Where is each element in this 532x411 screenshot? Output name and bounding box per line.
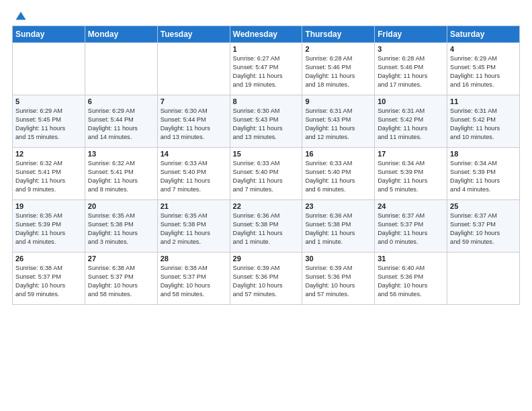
calendar-table: SundayMondayTuesdayWednesdayThursdayFrid… — [12, 26, 520, 305]
day-info: Sunrise: 6:29 AM Sunset: 5:45 PM Dayligh… — [15, 107, 82, 142]
calendar-week-row: 26Sunrise: 6:38 AM Sunset: 5:37 PM Dayli… — [13, 253, 520, 305]
day-number: 30 — [305, 255, 371, 263]
day-info: Sunrise: 6:27 AM Sunset: 5:47 PM Dayligh… — [233, 54, 300, 89]
day-info: Sunrise: 6:36 AM Sunset: 5:38 PM Dayligh… — [305, 212, 371, 246]
calendar-cell: 7Sunrise: 6:30 AM Sunset: 5:44 PM Daylig… — [157, 95, 230, 148]
weekday-header: Monday — [85, 26, 157, 43]
day-number: 21 — [161, 202, 227, 210]
day-info: Sunrise: 6:36 AM Sunset: 5:38 PM Dayligh… — [233, 212, 300, 246]
weekday-header: Wednesday — [230, 26, 302, 43]
day-info: Sunrise: 6:30 AM Sunset: 5:43 PM Dayligh… — [233, 107, 300, 142]
day-number: 8 — [233, 97, 300, 105]
day-number: 5 — [15, 97, 82, 105]
day-number: 20 — [88, 202, 154, 210]
calendar-cell: 4Sunrise: 6:29 AM Sunset: 5:45 PM Daylig… — [447, 43, 520, 95]
calendar-cell: 2Sunrise: 6:28 AM Sunset: 5:46 PM Daylig… — [302, 43, 375, 95]
day-number: 7 — [161, 97, 227, 105]
calendar-cell: 24Sunrise: 6:37 AM Sunset: 5:37 PM Dayli… — [375, 200, 447, 253]
calendar-cell: 31Sunrise: 6:40 AM Sunset: 5:36 PM Dayli… — [375, 253, 447, 305]
day-info: Sunrise: 6:34 AM Sunset: 5:39 PM Dayligh… — [378, 159, 444, 194]
day-info: Sunrise: 6:31 AM Sunset: 5:42 PM Dayligh… — [450, 107, 517, 142]
calendar-cell: 21Sunrise: 6:35 AM Sunset: 5:38 PM Dayli… — [157, 200, 230, 253]
weekday-header: Sunday — [13, 26, 85, 43]
day-info: Sunrise: 6:35 AM Sunset: 5:38 PM Dayligh… — [161, 212, 227, 246]
day-info: Sunrise: 6:35 AM Sunset: 5:38 PM Dayligh… — [88, 212, 154, 246]
header — [12, 11, 520, 20]
calendar-cell: 12Sunrise: 6:32 AM Sunset: 5:41 PM Dayli… — [13, 148, 85, 200]
day-number: 25 — [450, 202, 517, 210]
day-number: 18 — [450, 150, 517, 158]
day-number: 19 — [15, 202, 82, 210]
day-info: Sunrise: 6:32 AM Sunset: 5:41 PM Dayligh… — [15, 159, 82, 194]
day-number: 22 — [233, 202, 300, 210]
day-number: 6 — [88, 97, 154, 105]
calendar-cell: 30Sunrise: 6:39 AM Sunset: 5:36 PM Dayli… — [302, 253, 375, 305]
calendar-week-row: 1Sunrise: 6:27 AM Sunset: 5:47 PM Daylig… — [13, 43, 520, 95]
calendar-cell: 19Sunrise: 6:35 AM Sunset: 5:39 PM Dayli… — [13, 200, 85, 253]
calendar-cell — [447, 253, 520, 305]
calendar-cell: 29Sunrise: 6:39 AM Sunset: 5:36 PM Dayli… — [230, 253, 302, 305]
calendar-cell: 6Sunrise: 6:29 AM Sunset: 5:44 PM Daylig… — [85, 95, 157, 148]
day-number: 1 — [233, 45, 300, 53]
day-number: 31 — [378, 255, 444, 263]
calendar-cell: 25Sunrise: 6:37 AM Sunset: 5:37 PM Dayli… — [447, 200, 520, 253]
svg-marker-0 — [16, 12, 26, 20]
day-number: 3 — [378, 45, 444, 53]
day-number: 26 — [15, 255, 82, 263]
weekday-header: Thursday — [302, 26, 375, 43]
day-info: Sunrise: 6:35 AM Sunset: 5:39 PM Dayligh… — [15, 212, 82, 246]
day-info: Sunrise: 6:29 AM Sunset: 5:45 PM Dayligh… — [450, 54, 517, 89]
calendar-week-row: 5Sunrise: 6:29 AM Sunset: 5:45 PM Daylig… — [13, 95, 520, 148]
day-info: Sunrise: 6:39 AM Sunset: 5:36 PM Dayligh… — [305, 264, 371, 299]
day-info: Sunrise: 6:40 AM Sunset: 5:36 PM Dayligh… — [378, 264, 444, 299]
day-number: 28 — [161, 255, 227, 263]
calendar-cell: 23Sunrise: 6:36 AM Sunset: 5:38 PM Dayli… — [302, 200, 375, 253]
calendar-cell: 13Sunrise: 6:32 AM Sunset: 5:41 PM Dayli… — [85, 148, 157, 200]
calendar-cell: 10Sunrise: 6:31 AM Sunset: 5:42 PM Dayli… — [375, 95, 447, 148]
day-number: 9 — [305, 97, 371, 105]
calendar-cell: 5Sunrise: 6:29 AM Sunset: 5:45 PM Daylig… — [13, 95, 85, 148]
day-info: Sunrise: 6:33 AM Sunset: 5:40 PM Dayligh… — [161, 159, 227, 194]
day-info: Sunrise: 6:28 AM Sunset: 5:46 PM Dayligh… — [378, 54, 444, 89]
weekday-header: Tuesday — [157, 26, 230, 43]
day-number: 23 — [305, 202, 371, 210]
day-number: 2 — [305, 45, 371, 53]
calendar-cell: 28Sunrise: 6:38 AM Sunset: 5:37 PM Dayli… — [157, 253, 230, 305]
calendar-week-row: 12Sunrise: 6:32 AM Sunset: 5:41 PM Dayli… — [13, 148, 520, 200]
weekday-header: Saturday — [447, 26, 520, 43]
day-info: Sunrise: 6:29 AM Sunset: 5:44 PM Dayligh… — [88, 107, 154, 142]
weekday-header: Friday — [375, 26, 447, 43]
calendar-cell: 14Sunrise: 6:33 AM Sunset: 5:40 PM Dayli… — [157, 148, 230, 200]
day-info: Sunrise: 6:38 AM Sunset: 5:37 PM Dayligh… — [88, 264, 154, 299]
day-number: 13 — [88, 150, 154, 158]
calendar-cell: 20Sunrise: 6:35 AM Sunset: 5:38 PM Dayli… — [85, 200, 157, 253]
day-number: 10 — [378, 97, 444, 105]
day-info: Sunrise: 6:31 AM Sunset: 5:42 PM Dayligh… — [378, 107, 444, 142]
day-info: Sunrise: 6:37 AM Sunset: 5:37 PM Dayligh… — [378, 212, 444, 246]
calendar-cell — [85, 43, 157, 95]
calendar-cell: 15Sunrise: 6:33 AM Sunset: 5:40 PM Dayli… — [230, 148, 302, 200]
logo — [12, 11, 27, 20]
day-number: 29 — [233, 255, 300, 263]
calendar-cell: 11Sunrise: 6:31 AM Sunset: 5:42 PM Dayli… — [447, 95, 520, 148]
calendar-cell: 18Sunrise: 6:34 AM Sunset: 5:39 PM Dayli… — [447, 148, 520, 200]
calendar-cell: 22Sunrise: 6:36 AM Sunset: 5:38 PM Dayli… — [230, 200, 302, 253]
day-info: Sunrise: 6:31 AM Sunset: 5:43 PM Dayligh… — [305, 107, 371, 142]
calendar-cell: 3Sunrise: 6:28 AM Sunset: 5:46 PM Daylig… — [375, 43, 447, 95]
calendar-cell — [157, 43, 230, 95]
calendar-cell: 17Sunrise: 6:34 AM Sunset: 5:39 PM Dayli… — [375, 148, 447, 200]
day-number: 15 — [233, 150, 300, 158]
day-info: Sunrise: 6:30 AM Sunset: 5:44 PM Dayligh… — [161, 107, 227, 142]
day-number: 17 — [378, 150, 444, 158]
day-number: 27 — [88, 255, 154, 263]
calendar-cell: 1Sunrise: 6:27 AM Sunset: 5:47 PM Daylig… — [230, 43, 302, 95]
logo-icon — [15, 11, 27, 23]
day-info: Sunrise: 6:38 AM Sunset: 5:37 PM Dayligh… — [15, 264, 82, 299]
day-number: 12 — [15, 150, 82, 158]
day-number: 16 — [305, 150, 371, 158]
day-number: 14 — [161, 150, 227, 158]
day-number: 4 — [450, 45, 517, 53]
day-info: Sunrise: 6:39 AM Sunset: 5:36 PM Dayligh… — [233, 264, 300, 299]
day-info: Sunrise: 6:32 AM Sunset: 5:41 PM Dayligh… — [88, 159, 154, 194]
calendar-cell: 16Sunrise: 6:33 AM Sunset: 5:40 PM Dayli… — [302, 148, 375, 200]
